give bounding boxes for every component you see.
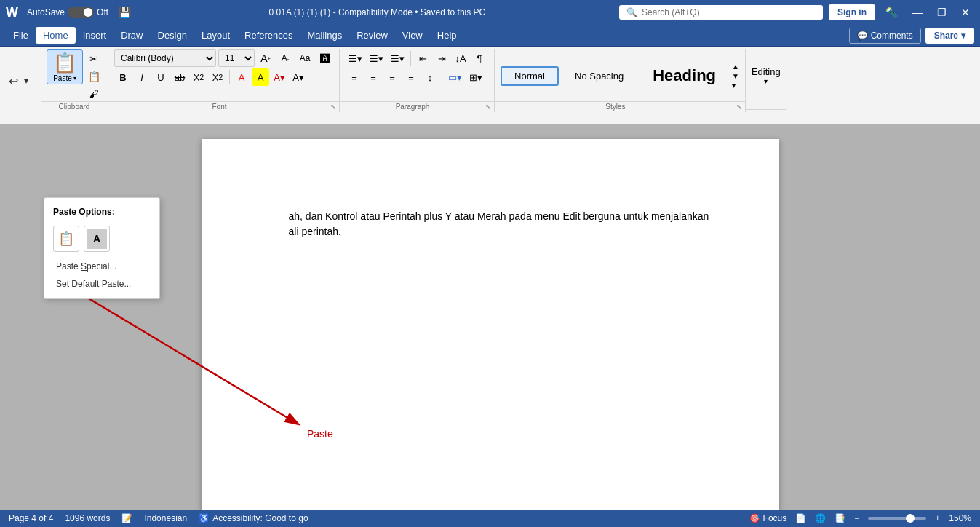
style-normal[interactable]: Normal [501, 66, 559, 86]
paste-button[interactable]: 📋 Paste ▾ [47, 49, 83, 84]
share-button[interactable]: Share ▾ [925, 28, 974, 44]
style-heading[interactable]: Heading [640, 62, 729, 90]
redo-button[interactable]: ▾ [21, 76, 31, 86]
change-case-button[interactable]: Aa [296, 49, 314, 67]
bullets-button[interactable]: ☰▾ [346, 49, 365, 67]
comments-button[interactable]: 💬 Comments [849, 28, 921, 44]
set-default-paste-item[interactable]: Set Default Paste... [44, 275, 159, 293]
font-grow-button[interactable]: A+ [257, 49, 274, 67]
paste-keep-source-icon: 📋 [58, 231, 74, 247]
align-right-button[interactable]: ≡ [383, 68, 401, 86]
strikethrough-button[interactable]: ab [171, 68, 188, 86]
increase-indent-button[interactable]: ⇥ [433, 49, 450, 67]
style-no-spacing[interactable]: No Spacing [562, 66, 637, 86]
pilcrow-button[interactable]: ¶ [471, 49, 488, 67]
underline-button[interactable]: U [152, 68, 170, 86]
restore-button[interactable]: ❐ [933, 5, 951, 20]
style-normal-text: Normal [514, 71, 545, 82]
sign-in-button[interactable]: Sign in [829, 4, 875, 20]
page-content: ah, dan Kontrol atau Perintah plus Y ata… [289, 209, 709, 239]
italic-button[interactable]: I [133, 68, 151, 86]
search-input[interactable] [642, 7, 816, 17]
superscript-button[interactable]: X2 [209, 68, 226, 86]
close-button[interactable]: ✕ [957, 5, 974, 20]
editing-button[interactable]: Editing ▾ [752, 66, 781, 85]
menu-insert[interactable]: Insert [76, 27, 114, 44]
paste-keep-source-button[interactable]: 📋 [53, 226, 79, 252]
zoom-in-button[interactable]: + [935, 513, 940, 523]
styles-scroll-up[interactable]: ▲ [732, 63, 739, 71]
align-center-button[interactable]: ≡ [364, 68, 382, 86]
paste-keep-text-icon: A [87, 229, 107, 249]
comment-icon: 💬 [857, 31, 868, 41]
minimize-button[interactable]: — [908, 5, 927, 20]
numbering-button[interactable]: ☰▾ [367, 49, 386, 67]
document-page[interactable]: ah, dan Kontrol atau Perintah plus Y ata… [202, 139, 779, 510]
font-color2-button[interactable]: A▾ [271, 68, 288, 86]
text-effects-button[interactable]: A▾ [290, 68, 307, 86]
zoom-out-button[interactable]: − [854, 513, 859, 523]
accessibility[interactable]: ♿ Accessibility: Good to go [199, 513, 308, 523]
menu-home[interactable]: Home [36, 27, 76, 44]
cut-button[interactable]: ✂ [86, 51, 102, 67]
copy-button[interactable]: 📋 [86, 68, 102, 84]
sort-button[interactable]: ↕A [452, 49, 469, 67]
focus-button[interactable]: 🎯 Focus [749, 513, 787, 523]
undo-button[interactable]: ↩ [6, 74, 21, 88]
font-shrink-button[interactable]: A- [276, 49, 294, 67]
font-family-select[interactable]: Calibri (Body) [114, 49, 216, 67]
save-icon[interactable]: 💾 [114, 5, 135, 20]
format-painter-button[interactable]: 🖌 [86, 86, 102, 102]
menu-design[interactable]: Design [151, 27, 194, 44]
menu-mailings[interactable]: Mailings [300, 27, 350, 44]
styles-scroll: ▲ ▼ ▾ [732, 63, 739, 90]
zoom-thumb[interactable] [906, 514, 915, 523]
font-size-select[interactable]: 11 [218, 49, 255, 67]
paste-icon: 📋 [53, 52, 76, 74]
proofing-icon[interactable]: 📝 [121, 513, 132, 523]
menu-file[interactable]: File [6, 27, 36, 44]
read-mode-button[interactable]: 📑 [834, 513, 845, 523]
styles-scroll-down[interactable]: ▼ [732, 72, 739, 80]
align-left-button[interactable]: ≡ [346, 68, 363, 86]
clear-format-button[interactable]: 🅰 [316, 49, 333, 67]
help-icon[interactable]: 🔦 [881, 5, 902, 20]
zoom-slider[interactable] [868, 517, 926, 520]
autosave-state: Off [97, 7, 108, 17]
language[interactable]: Indonesian [144, 513, 187, 523]
bold-button[interactable]: B [114, 68, 132, 86]
web-layout-button[interactable]: 🌐 [815, 513, 826, 523]
multilevel-button[interactable]: ☰▾ [388, 49, 407, 67]
highlight-button[interactable]: A [252, 68, 269, 86]
borders-button[interactable]: ⊞▾ [466, 68, 485, 86]
menu-references[interactable]: References [237, 27, 300, 44]
print-layout-button[interactable]: 📄 [795, 513, 806, 523]
paste-special-item[interactable]: Paste Special... [44, 258, 159, 275]
page-info[interactable]: Page 4 of 4 [9, 513, 53, 523]
clipboard-group: 📋 Paste ▾ ✂ 📋 🖌 Clipboard [41, 49, 108, 112]
content-line-2: ali perintah. [289, 224, 709, 239]
word-count[interactable]: 1096 words [65, 513, 110, 523]
decrease-indent-button[interactable]: ⇤ [414, 49, 431, 67]
document-area[interactable]: ah, dan Kontrol atau Perintah plus Y ata… [0, 124, 980, 510]
font-group: Calibri (Body) 11 A+ A- Aa 🅰 B I U ab X2 [108, 49, 340, 112]
menu-draw[interactable]: Draw [113, 27, 150, 44]
paste-keep-text-button[interactable]: A [84, 226, 110, 252]
justify-button[interactable]: ≡ [402, 68, 420, 86]
focus-icon: 🎯 [749, 513, 760, 523]
search-icon: 🔍 [626, 7, 637, 17]
shading-button[interactable]: ▭▾ [445, 68, 465, 86]
autosave-toggle[interactable] [68, 7, 94, 18]
subscript-button[interactable]: X2 [190, 68, 207, 86]
zoom-level[interactable]: 150% [949, 513, 971, 523]
search-box[interactable]: 🔍 [619, 5, 823, 20]
line-spacing-button[interactable]: ↕ [421, 68, 439, 86]
autosave-label: AutoSave [27, 7, 65, 17]
menu-help[interactable]: Help [430, 27, 464, 44]
font-color-button[interactable]: A [233, 68, 250, 86]
styles-expand[interactable]: ▾ [732, 82, 739, 90]
menu-layout[interactable]: Layout [194, 27, 237, 44]
menu-review[interactable]: Review [349, 27, 395, 44]
menu-view[interactable]: View [395, 27, 430, 44]
style-heading-text: Heading [653, 66, 716, 85]
